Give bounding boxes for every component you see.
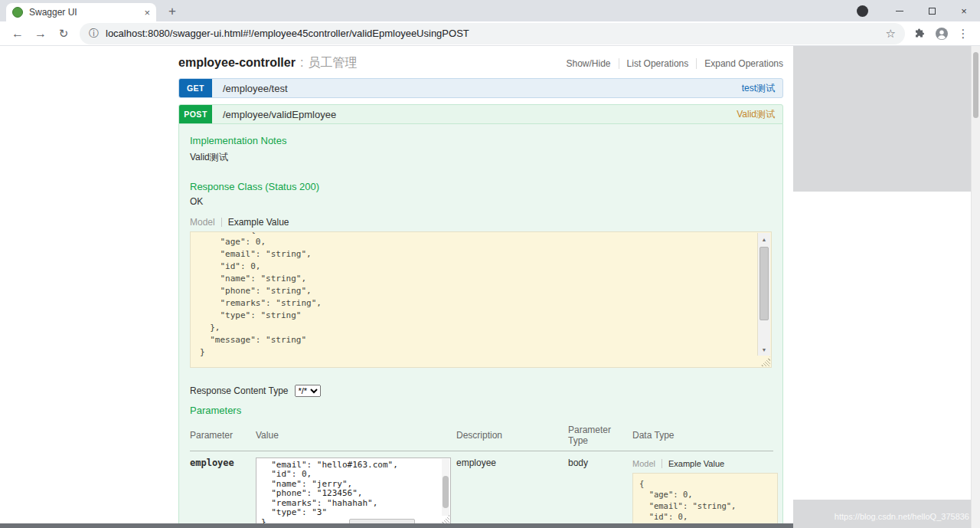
parameter-name: employee — [190, 451, 256, 528]
response-class-heading: Response Class (Status 200) — [190, 181, 772, 193]
parameter-example-snippet[interactable]: { "age": 0, "email": "string", "id": 0, … — [632, 473, 778, 528]
response-content-type-select[interactable]: */* — [295, 385, 321, 397]
post-operation-path[interactable]: /employee/validEpmloyee — [223, 109, 336, 120]
post-summary-link[interactable]: Valid测试 — [737, 108, 775, 121]
browser-titlebar: Swagger UI × + × — [0, 0, 980, 21]
get-operation-path[interactable]: /employee/test — [223, 83, 288, 94]
resource-description: 员工管理 — [308, 55, 357, 71]
parameters-heading: Parameters — [190, 405, 772, 417]
response-model-tab[interactable]: Model — [190, 217, 215, 228]
column-header-description: Description — [456, 421, 568, 451]
data-type-tabs: Model Example Value — [632, 459, 769, 468]
new-tab-button[interactable]: + — [164, 4, 181, 19]
watermark-text: https://blog.csdn.net/helloQ_375836 — [835, 512, 969, 521]
data-type-example-value-tab[interactable]: Example Value — [668, 459, 724, 468]
implementation-notes-heading: Implementation Notes — [190, 135, 772, 147]
parameters-header-row: Parameter Value Description Parameter Ty… — [190, 421, 773, 451]
refresh-button[interactable]: ↻ — [54, 28, 74, 39]
list-operations-link[interactable]: List Operations — [619, 58, 697, 69]
resource-name[interactable]: employee-controller — [178, 56, 296, 70]
post-method-badge: POST — [179, 105, 212, 123]
resource-separator: : — [300, 56, 303, 70]
get-method-badge: GET — [179, 79, 212, 97]
parameter-description: employee — [456, 451, 568, 528]
resource-header: employee-controller : 员工管理 Show/Hide Lis… — [178, 55, 783, 71]
parameter-value-textarea[interactable]: "email": "hello#163.com", "id": 0, "name… — [256, 457, 451, 525]
bottom-strip — [0, 523, 793, 528]
column-header-parameter: Parameter — [190, 421, 256, 451]
window-controls: × — [857, 0, 980, 21]
response-example-code: "data": { "age": 0, "email": "string", "… — [191, 231, 771, 365]
back-button[interactable]: ← — [8, 28, 28, 40]
forward-button[interactable]: → — [31, 28, 51, 40]
close-button[interactable]: × — [948, 0, 980, 21]
bookmark-star-icon[interactable]: ☆ — [886, 28, 896, 39]
browser-window: Swagger UI × + × ← → ↻ ⓘ localhost:8080/… — [0, 0, 980, 528]
post-operation-detail: Implementation Notes Valid测试 Response Cl… — [178, 124, 783, 528]
browser-tab[interactable]: Swagger UI × — [6, 3, 156, 21]
scroll-down-icon[interactable]: ▼ — [758, 343, 770, 356]
profile-avatar-icon[interactable] — [932, 27, 952, 41]
address-bar[interactable]: ⓘ localhost:8080/swagger-ui.html#!/emplo… — [80, 23, 905, 44]
implementation-notes-text: Valid测试 — [190, 151, 772, 164]
column-header-parameter-type: Parameter Type — [568, 421, 632, 451]
tab-divider — [662, 459, 662, 468]
scroll-up-icon[interactable]: ▲ — [758, 233, 770, 245]
response-example-snippet[interactable]: "data": { "age": 0, "email": "string", "… — [190, 231, 772, 368]
post-operation-row[interactable]: POST /employee/validEpmloyee Valid测试 — [178, 104, 783, 124]
page-scrollbar[interactable] — [971, 46, 980, 528]
extensions-puzzle-icon[interactable] — [910, 28, 930, 40]
show-hide-link[interactable]: Show/Hide — [559, 58, 619, 69]
column-header-value: Value — [256, 421, 456, 451]
response-content-type-row: Response Content Type */* — [190, 385, 772, 397]
parameter-example-code: { "age": 0, "email": "string", "id": 0, … — [633, 474, 777, 528]
page-blank-area-top — [793, 46, 971, 192]
site-info-icon[interactable]: ⓘ — [89, 28, 99, 38]
url-text: localhost:8080/swagger-ui.html#!/employe… — [106, 28, 886, 39]
swagger-page: employee-controller : 员工管理 Show/Hide Lis… — [0, 46, 980, 528]
parameter-row: employee "email": "hello#163.com", "id":… — [190, 451, 773, 528]
snippet-scrollbar[interactable]: ▲ ▼ — [757, 233, 770, 356]
response-class-text: OK — [190, 196, 772, 207]
tab-close-icon[interactable]: × — [144, 8, 150, 18]
browser-toolbar: ← → ↻ ⓘ localhost:8080/swagger-ui.html#!… — [0, 21, 980, 46]
swagger-content: employee-controller : 员工管理 Show/Hide Lis… — [178, 46, 783, 528]
parameters-table: Parameter Value Description Parameter Ty… — [190, 421, 773, 528]
parameter-type: body — [568, 451, 632, 528]
maximize-button[interactable] — [916, 0, 948, 21]
browser-status-icon[interactable] — [857, 5, 868, 17]
swagger-favicon-icon — [12, 7, 23, 18]
page-scrollbar-thumb[interactable] — [973, 52, 978, 118]
response-content-type-label: Response Content Type — [190, 385, 289, 396]
data-type-model-tab[interactable]: Model — [632, 459, 655, 468]
minimize-button[interactable] — [884, 0, 916, 21]
tab-divider — [221, 218, 222, 227]
scrollbar-thumb[interactable] — [760, 247, 769, 320]
expand-operations-link[interactable]: Expand Operations — [696, 58, 783, 69]
response-model-tabs: Model Example Value — [190, 217, 772, 228]
parameter-value-code: "email": "hello#163.com", "id": 0, "name… — [256, 458, 450, 525]
textarea-scrollbar-thumb[interactable] — [443, 476, 449, 508]
column-header-data-type: Data Type — [632, 421, 773, 451]
get-operation-row[interactable]: GET /employee/test test测试 — [178, 78, 783, 98]
response-example-value-tab[interactable]: Example Value — [228, 217, 289, 228]
textarea-scrollbar[interactable] — [442, 459, 449, 516]
browser-menu-icon[interactable]: ⋮ — [953, 27, 973, 41]
get-summary-link[interactable]: test测试 — [742, 82, 775, 95]
tab-title: Swagger UI — [29, 7, 139, 18]
